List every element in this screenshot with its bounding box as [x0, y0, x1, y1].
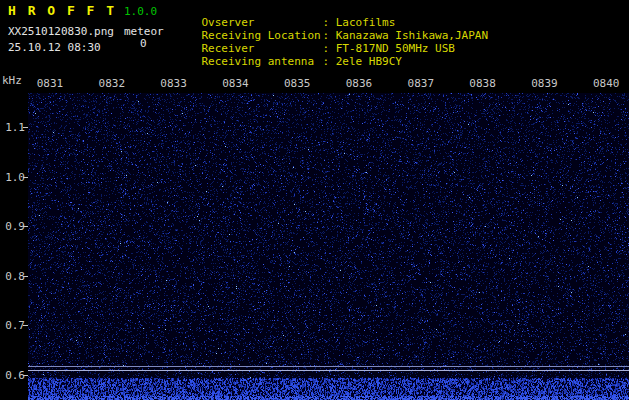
info-value: 2ele HB9CY	[336, 55, 402, 68]
y-tick-label: 0.7	[4, 319, 25, 332]
info-row: Receiving antenna: 2ele HB9CY	[175, 42, 402, 81]
y-axis-unit-label: kHz	[2, 74, 22, 87]
hrofft-screen: H R O F F T 1.0.0 XX2510120830.png meteo…	[0, 0, 629, 400]
x-tick-label: 0833	[158, 77, 190, 90]
y-tick-label: 0.6	[4, 369, 25, 382]
timestamp: 25.10.12 08:30	[8, 41, 101, 54]
x-tick-label: 0835	[281, 77, 313, 90]
x-tick-label: 0834	[219, 77, 251, 90]
x-tick-label: 0837	[405, 77, 437, 90]
x-tick-label: 0832	[96, 77, 128, 90]
filename: XX2510120830.png	[8, 25, 114, 38]
info-sep: :	[323, 55, 336, 68]
y-tick-label: 1.0	[4, 171, 25, 184]
x-tick-label: 0836	[343, 77, 375, 90]
info-label: Receiving antenna	[202, 55, 323, 68]
app-title: H R O F F T	[8, 3, 116, 18]
y-tick-label: 1.1	[4, 121, 25, 134]
x-tick-label: 0839	[528, 77, 560, 90]
y-tick-label: 0.9	[4, 220, 25, 233]
x-tick-label: 0831	[34, 77, 66, 90]
spectrogram-canvas	[28, 93, 629, 400]
x-tick-label: 0840	[590, 77, 622, 90]
y-tick-label: 0.8	[4, 270, 25, 283]
meteor-count: 0	[140, 37, 147, 50]
app-version: 1.0.0	[124, 5, 157, 18]
x-tick-label: 0838	[467, 77, 499, 90]
